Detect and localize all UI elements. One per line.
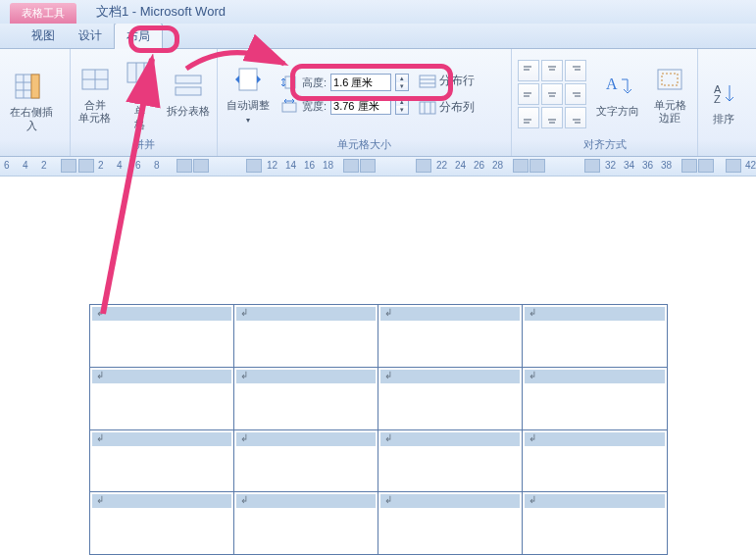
table-cell[interactable]: ↲ xyxy=(523,492,667,555)
ruler-tab-mark[interactable] xyxy=(698,159,714,173)
ruler-tick: 42 xyxy=(745,160,756,171)
sort-button[interactable]: AZ 排序 xyxy=(704,65,743,139)
group-merge-label: 拼并 xyxy=(76,135,211,154)
table-cell[interactable]: ↲ xyxy=(523,367,667,429)
table-cell[interactable]: ↲ xyxy=(523,305,667,368)
word-table[interactable]: ↲↲↲↲↲↲↲↲↲↲↲↲↲↲↲↲ xyxy=(89,304,668,555)
distribute-cols-button[interactable]: 分布列 xyxy=(417,97,477,118)
group-rows-cols: 在右侧插入 xyxy=(0,49,71,156)
table-cell[interactable]: ↲ xyxy=(233,305,378,368)
ruler-tab-mark[interactable] xyxy=(61,159,76,173)
table-row[interactable]: ↲↲↲↲ xyxy=(89,367,667,429)
ruler-tab-mark[interactable] xyxy=(584,159,600,173)
table-cell[interactable]: ↲ xyxy=(233,492,378,555)
ruler-tick: 2 xyxy=(41,160,47,171)
tab-design[interactable]: 设计 xyxy=(67,23,114,49)
cell-selection-highlight xyxy=(92,494,231,508)
table-cell[interactable]: ↲ xyxy=(89,492,233,555)
ruler-tab-mark[interactable] xyxy=(681,159,697,173)
align-ml-button[interactable] xyxy=(518,83,539,105)
ruler-tick: 6 xyxy=(135,160,141,171)
svg-rect-12 xyxy=(176,76,201,83)
height-input[interactable] xyxy=(330,74,391,91)
ruler-tab-mark[interactable] xyxy=(529,159,545,173)
table-cell[interactable]: ↲ xyxy=(233,429,378,492)
autofit-button[interactable]: 自动调整 ▾ xyxy=(224,57,273,131)
table-row[interactable]: ↲↲↲↲ xyxy=(89,305,667,368)
merge-cells-button[interactable]: 合并 单元格 xyxy=(76,57,114,131)
ruler-tab-mark[interactable] xyxy=(513,159,529,173)
align-mr-button[interactable] xyxy=(565,83,586,105)
ruler-tab-mark[interactable] xyxy=(78,159,94,173)
table-cell[interactable]: ↲ xyxy=(378,492,523,555)
insert-right-icon xyxy=(14,71,49,102)
cell-selection-highlight xyxy=(525,494,664,508)
ruler-tick: 34 xyxy=(624,160,634,171)
insert-right-label: 在右侧插入 xyxy=(6,106,57,131)
ruler-tab-mark[interactable] xyxy=(343,159,359,173)
distribute-buttons: 分布行 分布列 xyxy=(417,71,477,118)
height-spinner[interactable]: ▴ ▾ xyxy=(395,74,409,91)
align-tl-button[interactable] xyxy=(518,60,539,81)
document-area[interactable]: ↲↲↲↲↲↲↲↲↲↲↲↲↲↲↲↲ xyxy=(0,177,756,555)
table-cell[interactable]: ↲ xyxy=(378,305,523,368)
cell-margins-button[interactable]: 单元格 边距 xyxy=(649,57,690,131)
width-spinner[interactable]: ▴ ▾ xyxy=(395,97,409,115)
ruler-tab-mark[interactable] xyxy=(246,159,262,173)
table-cell[interactable]: ↲ xyxy=(378,429,523,492)
align-mc-button[interactable] xyxy=(541,83,563,105)
ruler-tab-mark[interactable] xyxy=(176,159,192,173)
ruler-tab-mark[interactable] xyxy=(726,159,741,173)
width-spin-down[interactable]: ▾ xyxy=(396,106,408,114)
cell-selection-highlight xyxy=(380,432,520,446)
horizontal-ruler[interactable]: 642246812141618222426283234363842 xyxy=(0,157,756,177)
distribute-rows-button[interactable]: 分布行 xyxy=(417,71,477,91)
ruler-tab-mark[interactable] xyxy=(416,159,431,173)
split-cells-label: 拆 单 格 xyxy=(134,92,145,131)
split-table-button[interactable]: 拆分表格 xyxy=(167,57,211,131)
table-cell[interactable]: ↲ xyxy=(89,367,233,429)
table-cell[interactable]: ↲ xyxy=(378,367,523,429)
align-br-button[interactable] xyxy=(565,107,586,128)
cell-selection-highlight xyxy=(236,432,376,446)
tab-view[interactable]: 视图 xyxy=(20,23,67,49)
width-input[interactable] xyxy=(330,97,391,115)
ruler-tick: 16 xyxy=(304,160,315,171)
distribute-rows-icon xyxy=(419,75,436,88)
contextual-tab-table-tools[interactable]: 表格工具 xyxy=(10,3,76,24)
text-direction-button[interactable]: A 文字方向 xyxy=(594,57,641,131)
paragraph-mark-icon: ↲ xyxy=(96,307,104,318)
height-row: 高度: ▴ ▾ xyxy=(280,74,409,91)
table-row[interactable]: ↲↲↲↲ xyxy=(89,429,667,492)
group-cell-size: 自动调整 ▾ 高度: ▴ ▾ xyxy=(218,49,512,156)
paragraph-mark-icon: ↲ xyxy=(384,432,392,443)
tab-layout[interactable]: 布局 xyxy=(114,23,163,50)
align-bc-button[interactable] xyxy=(541,107,563,128)
paragraph-mark-icon: ↲ xyxy=(96,370,104,380)
split-cells-button[interactable]: 拆 单 格 xyxy=(122,57,159,131)
table-row[interactable]: ↲↲↲↲ xyxy=(89,492,667,555)
align-bl-button[interactable] xyxy=(518,107,539,128)
insert-right-button[interactable]: 在右侧插入 xyxy=(6,65,57,139)
autofit-label: 自动调整 xyxy=(227,99,270,112)
table-cell[interactable]: ↲ xyxy=(89,305,233,368)
ruler-tick: 2 xyxy=(98,160,104,171)
width-spin-up[interactable]: ▴ xyxy=(396,98,408,106)
table-cell[interactable]: ↲ xyxy=(233,367,378,429)
height-spin-up[interactable]: ▴ xyxy=(396,75,408,82)
ruler-tab-mark[interactable] xyxy=(193,159,209,173)
svg-rect-14 xyxy=(239,69,257,90)
paragraph-mark-icon: ↲ xyxy=(529,494,536,505)
align-tc-button[interactable] xyxy=(541,60,563,81)
distribute-cols-icon xyxy=(419,101,436,115)
cell-margins-label: 单元格 边距 xyxy=(654,99,686,125)
ruler-tick: 26 xyxy=(474,160,484,171)
ruler-tab-mark[interactable] xyxy=(360,159,376,173)
table-cell[interactable]: ↲ xyxy=(523,429,667,492)
align-tr-button[interactable] xyxy=(565,60,586,81)
height-spin-down[interactable]: ▾ xyxy=(396,82,408,90)
distribute-cols-label: 分布列 xyxy=(439,99,475,116)
titlebar: 表格工具 文档1 - Microsoft Word xyxy=(0,0,756,24)
table-cell[interactable]: ↲ xyxy=(89,429,233,492)
cell-selection-highlight xyxy=(525,370,664,383)
